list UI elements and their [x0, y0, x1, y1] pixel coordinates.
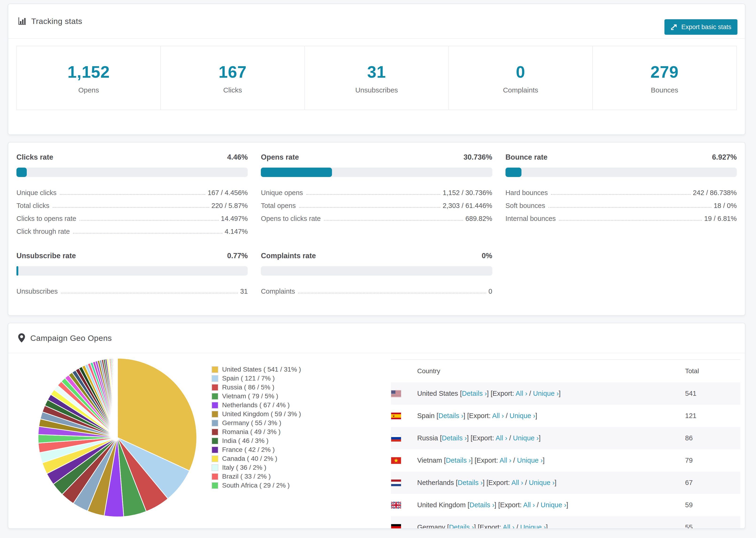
legend-label: Spain ( 121 / 7% ) [222, 375, 275, 382]
export-all-link[interactable]: All › [523, 501, 535, 509]
campaign-stats-page: { "accent_color": "#0f89a8", "link_color… [0, 0, 756, 538]
details-link[interactable]: Details › [469, 501, 494, 509]
legend-label: Romania ( 49 / 3% ) [222, 428, 281, 436]
rate-detail-rows: Unsubscribes 31 [17, 285, 248, 298]
stat-box-bounces: 279Bounces [592, 46, 737, 110]
rate-detail-row: Unique opens 1,152 / 30.736% [261, 187, 492, 199]
legend-item-romania: Romania ( 49 / 3% ) [211, 427, 361, 436]
stat-box-clicks: 167Clicks [160, 46, 305, 110]
rate-heading: Unsubscribe rate 0.77% [17, 252, 248, 260]
country-links-cell: Netherlands [Details ›] [Export: All › /… [417, 471, 685, 494]
tracking-stats-title: Tracking stats [31, 17, 82, 26]
flag-column-header [391, 360, 417, 382]
details-link[interactable]: Details › [446, 457, 471, 464]
country-name: Germany [417, 523, 445, 529]
rate-heading: Complaints rate 0% [261, 252, 492, 260]
legend-item-india: India ( 46 / 3% ) [211, 436, 361, 445]
us-flag-icon [391, 390, 417, 397]
dotted-leader [324, 220, 463, 221]
rate-detail-rows: Complaints 0 [261, 285, 492, 298]
rate-block-unsubscribe-rate: Unsubscribe rate 0.77% Unsubscribes 31 [17, 252, 248, 298]
legend-swatch [212, 456, 218, 462]
legend-swatch [212, 420, 218, 426]
bar-chart-icon [18, 17, 27, 26]
export-basic-stats-button[interactable]: Export basic stats [665, 19, 737, 35]
dotted-leader [61, 293, 238, 294]
legend-swatch [212, 429, 218, 435]
country-name: Vietnam [417, 457, 442, 464]
rates-card: Clicks rate 4.46% Unique clicks 167 / 4.… [8, 142, 745, 316]
stat-label: Opens [17, 86, 160, 94]
export-unique-link[interactable]: Unique › [529, 479, 555, 486]
rate-percent: 6.927% [712, 153, 737, 161]
export-icon [671, 24, 677, 30]
legend-label: United States ( 541 / 31% ) [222, 366, 301, 373]
dotted-leader [549, 207, 711, 208]
details-link[interactable]: Details › [438, 412, 463, 419]
rate-detail-label: Opens to clicks rate [261, 215, 321, 223]
export-unique-link[interactable]: Unique › [513, 434, 539, 442]
legend-swatch [212, 465, 218, 471]
legend-swatch [212, 367, 218, 372]
export-unique-link[interactable]: Unique › [540, 501, 566, 509]
rate-title: Unsubscribe rate [17, 252, 76, 260]
export-all-link[interactable]: All › [500, 457, 512, 464]
legend-swatch [212, 411, 218, 417]
dotted-leader [298, 293, 486, 294]
geo-table-row-germany: Germany [Details ›] [Export: All › / Uni… [391, 516, 740, 529]
export-all-link[interactable]: All › [496, 434, 507, 442]
legend-swatch [212, 402, 218, 408]
rate-heading: Bounce rate 6.927% [506, 153, 737, 161]
export-unique-link[interactable]: Unique › [533, 390, 559, 397]
country-total-cell: 541 [685, 382, 740, 405]
details-link[interactable]: Details › [458, 479, 483, 486]
country-name: Spain [417, 412, 435, 419]
country-flag-cell [391, 494, 417, 516]
legend-label: Italy ( 36 / 2% ) [222, 464, 266, 471]
legend-label: Russia ( 86 / 5% ) [222, 384, 274, 391]
rate-progress-track [506, 168, 737, 177]
rate-detail-value: 1,152 / 30.736% [443, 189, 492, 197]
country-column-header: Country [417, 360, 685, 382]
rate-detail-row: Hard bounces 242 / 86.738% [506, 187, 737, 199]
country-total: 59 [685, 501, 693, 509]
legend-swatch [212, 474, 218, 480]
details-link[interactable]: Details › [442, 434, 467, 442]
country-total: 121 [685, 412, 696, 419]
legend-item-south-africa: South Africa ( 29 / 2% ) [211, 481, 361, 490]
export-all-link[interactable]: All › [503, 523, 514, 529]
rate-detail-value: 18 / 0% [714, 202, 737, 210]
rate-detail-value: 19 / 6.81% [704, 215, 737, 223]
export-all-link[interactable]: All › [492, 412, 504, 419]
export-all-link[interactable]: All › [515, 390, 527, 397]
rate-detail-label: Unique opens [261, 189, 303, 197]
dotted-leader [306, 194, 440, 195]
rate-detail-label: Internal bounces [506, 215, 556, 223]
rate-progress-fill [17, 168, 27, 177]
stat-value: 1,152 [17, 63, 160, 81]
details-link[interactable]: Details › [462, 390, 487, 397]
details-link[interactable]: Details › [449, 523, 474, 529]
rate-block-opens-rate: Opens rate 30.736% Unique opens 1,152 / … [261, 153, 492, 238]
export-unique-link[interactable]: Unique › [517, 457, 543, 464]
country-total-cell: 79 [685, 449, 740, 471]
country-name: United States [417, 390, 458, 397]
rate-detail-row: Unsubscribes 31 [17, 285, 248, 298]
rate-detail-value: 167 / 4.456% [207, 189, 248, 197]
geo-opens-table-wrap: Country Total United States [Details ›] … [391, 359, 740, 529]
legend-label: Brazil ( 33 / 2% ) [222, 473, 271, 480]
legend-label: Vietnam ( 79 / 5% ) [222, 393, 278, 400]
country-total-cell: 55 [685, 516, 740, 529]
legend-label: France ( 42 / 2% ) [222, 446, 275, 454]
legend-label: South Africa ( 29 / 2% ) [222, 482, 290, 489]
dotted-leader [60, 194, 205, 195]
export-unique-link[interactable]: Unique › [520, 523, 546, 529]
rate-detail-row: Total clicks 220 / 5.87% [17, 199, 248, 212]
export-all-link[interactable]: All › [512, 479, 523, 486]
dotted-leader [299, 207, 441, 208]
country-flag-cell [391, 382, 417, 405]
country-total: 79 [685, 457, 693, 464]
country-total: 67 [685, 479, 693, 486]
country-name: Russia [417, 434, 438, 442]
export-unique-link[interactable]: Unique › [510, 412, 535, 419]
